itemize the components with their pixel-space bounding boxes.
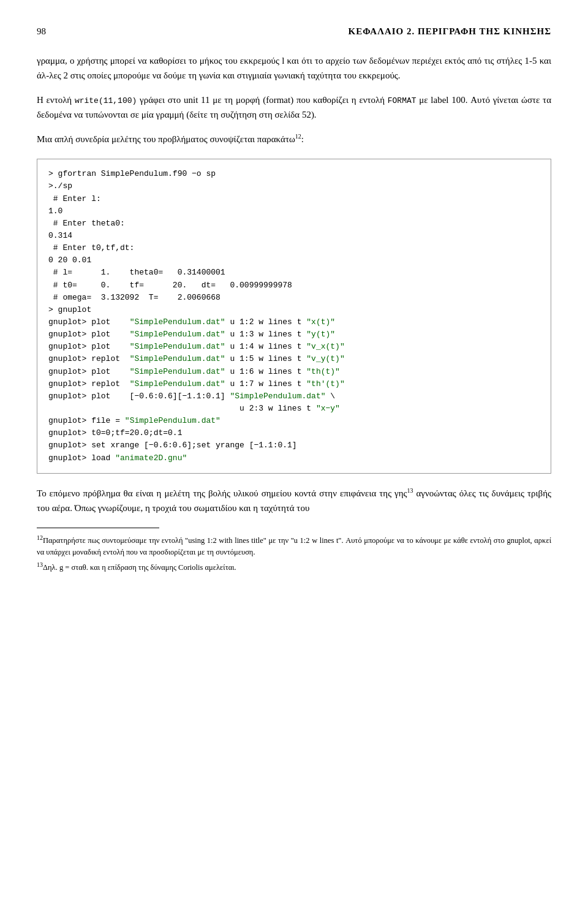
fn13-text: Δηλ. g = σταθ. και η επίδραση της δύναμη… — [43, 563, 236, 572]
paragraph-3: Μια απλή συνεδρία μελέτης του προβλήματο… — [37, 132, 551, 146]
paragraph-4: Το επόμενο πρόβλημα θα είναι η μελέτη τη… — [37, 486, 551, 515]
page-number: 98 — [37, 25, 46, 39]
p2-code1: write(11,100) — [75, 96, 137, 105]
p3-end: : — [301, 134, 304, 144]
chapter-title: ΚΕΦΑΛΑΙΟ 2. ΠΕΡΙΓΡΑΦΗ ΤΗΣ ΚΙΝΗΣΗΣ — [349, 25, 551, 39]
footnote-13: 13Δηλ. g = σταθ. και η επίδραση της δύνα… — [37, 560, 551, 574]
fn13-number: 13 — [37, 561, 43, 568]
paragraph-2: Η εντολή write(11,100) γράφει στο unit 1… — [37, 93, 551, 123]
footnote-divider — [37, 528, 159, 528]
p4-text-start: Το επόμενο πρόβλημα θα είναι η μελέτη τη… — [37, 488, 407, 498]
fn12-number: 12 — [37, 534, 43, 541]
p2-code2: FORMAT — [388, 96, 417, 105]
paragraph-1: γραμμα, ο χρήστης μπορεί να καθορίσει το… — [37, 53, 551, 83]
page-header: 98 ΚΕΦΑΛΑΙΟ 2. ΠΕΡΙΓΡΑΦΗ ΤΗΣ ΚΙΝΗΣΗΣ — [37, 25, 551, 39]
code-block: > gfortran SimplePendulum.f90 −o sp >./s… — [37, 159, 551, 473]
code-line-1: > gfortran SimplePendulum.f90 −o sp >./s… — [48, 169, 345, 462]
p3-text: Μια απλή συνεδρία μελέτης του προβλήματο… — [37, 134, 295, 144]
footnote-ref-12: 12 — [295, 133, 301, 140]
footnote-12: 12Παρατηρήστε πως συντομεύσαμε την εντολ… — [37, 533, 551, 558]
p2-text-mid: γράφει στο unit 11 με τη μορφή (format) … — [137, 95, 387, 105]
fn12-text: Παρατηρήστε πως συντομεύσαμε την εντολή … — [37, 536, 551, 556]
footnote-ref-13: 13 — [407, 487, 413, 494]
p2-text-start: Η εντολή — [37, 95, 75, 105]
